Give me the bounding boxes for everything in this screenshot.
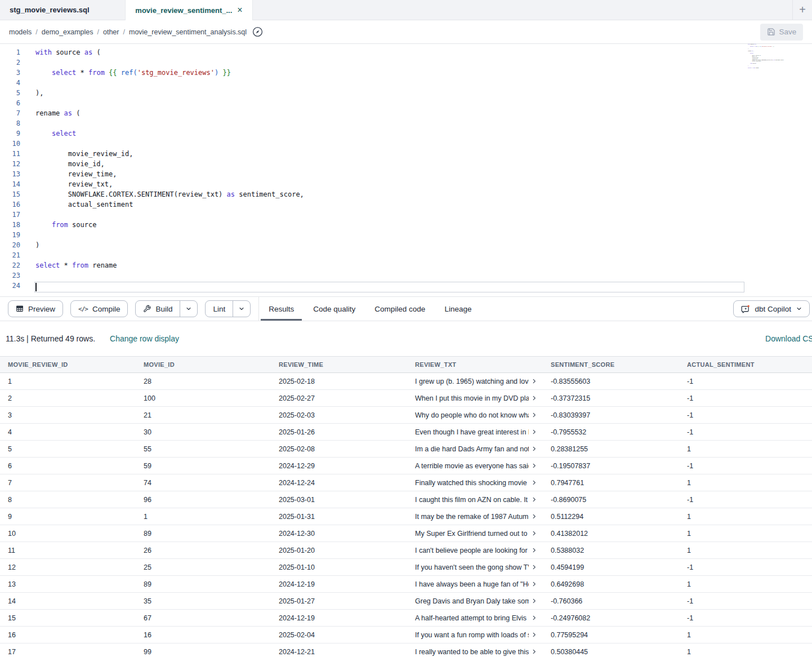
close-tab-icon[interactable]: × — [237, 6, 242, 15]
lint-button[interactable]: Lint — [206, 301, 233, 317]
table-cell: -1 — [679, 559, 812, 575]
table-cell: 1 — [0, 373, 136, 389]
review-text: A terrible movie as everyone has said. … — [415, 462, 529, 470]
expand-cell-icon[interactable] — [531, 530, 537, 536]
expand-cell-icon[interactable] — [531, 581, 537, 587]
expand-cell-icon[interactable] — [531, 429, 537, 435]
change-row-display-link[interactable]: Change row display — [110, 334, 179, 343]
table-cell: -1 — [679, 491, 812, 508]
table-cell: 2 — [0, 390, 136, 406]
expand-cell-icon[interactable] — [531, 378, 537, 384]
table-row: 16162025-02-04If you want a fun romp wit… — [0, 627, 812, 643]
save-button[interactable]: Save — [760, 24, 803, 41]
table-row: 17992024-12-21I really wanted to be able… — [0, 643, 812, 657]
table-cell: 16 — [136, 627, 271, 643]
table-cell: 11 — [0, 542, 136, 558]
expand-cell-icon[interactable] — [531, 649, 537, 655]
table-cell: 28 — [136, 373, 271, 389]
table-row: 5552025-02-08Im a die hard Dads Army fan… — [0, 441, 812, 458]
code-editor[interactable]: 123456789101112131415161718192021222324 … — [0, 44, 812, 297]
file-tab-movie-review-sentiment[interactable]: movie_review_sentiment_... × — [125, 0, 253, 20]
table-cell: 0.5388032 — [543, 542, 679, 558]
table-cell: -1 — [679, 424, 812, 440]
code-icon: </> — [78, 305, 88, 313]
column-header: SENTIMENT_SCORE — [543, 357, 679, 372]
editor-code[interactable]: with source as ( select * from {{ ref('s… — [27, 48, 304, 296]
expand-cell-icon[interactable] — [531, 547, 537, 553]
review-text: Even though I have great interest in Bi… — [415, 428, 529, 436]
table-cell: 8 — [0, 491, 136, 508]
expand-cell-icon[interactable] — [531, 632, 537, 638]
table-cell: 4 — [0, 424, 136, 440]
table-cell: It may be the remake of 1987 Autumn'… — [407, 508, 543, 525]
tab-lineage[interactable]: Lineage — [436, 297, 479, 321]
table-cell: 26 — [136, 542, 271, 558]
table-cell: 2024-12-30 — [271, 525, 407, 541]
breadcrumb-segment: demo_examples — [42, 28, 93, 36]
build-button[interactable]: Build — [136, 301, 180, 317]
expand-cell-icon[interactable] — [531, 513, 537, 520]
tab-code-quality[interactable]: Code quality — [305, 297, 363, 321]
review-text: Im a die hard Dads Army fan and nothi… — [415, 445, 529, 453]
table-cell: 14 — [0, 593, 136, 609]
expand-cell-icon[interactable] — [531, 598, 537, 604]
editor-minimap[interactable]: with source as ( select * from {{ ref('s… — [748, 44, 789, 77]
table-cell: -1 — [679, 373, 812, 389]
breadcrumb-separator: / — [97, 28, 99, 36]
table-cell: 96 — [136, 491, 271, 508]
compile-button[interactable]: </> Compile — [70, 300, 128, 317]
lint-dropdown-button[interactable] — [233, 301, 250, 317]
review-text: I grew up (b. 1965) watching and lovin… — [415, 378, 529, 385]
build-dropdown-button[interactable] — [180, 301, 197, 317]
tab-compiled-code[interactable]: Compiled code — [367, 297, 433, 321]
expand-cell-icon[interactable] — [531, 463, 537, 469]
expand-cell-icon[interactable] — [531, 446, 537, 452]
expand-cell-icon[interactable] — [531, 412, 537, 418]
table-cell: 0.28381255 — [543, 441, 679, 457]
table-cell: 2025-01-26 — [271, 424, 407, 440]
table-row: 1282025-02-18I grew up (b. 1965) watchin… — [0, 373, 812, 390]
table-cell: 67 — [136, 610, 271, 626]
review-text: If you haven't seen the gong show TV s… — [415, 563, 529, 571]
build-label: Build — [155, 305, 172, 313]
results-table: MOVIE_REVIEW_IDMOVIE_IDREVIEW_TIMEREVIEW… — [0, 356, 812, 657]
review-text: I really wanted to be able to give this … — [415, 648, 529, 656]
table-cell: I grew up (b. 1965) watching and lovin… — [407, 373, 543, 389]
table-cell: 2024-12-19 — [271, 610, 407, 626]
expand-cell-icon[interactable] — [531, 496, 537, 503]
review-text: A half-hearted attempt to bring Elvis P… — [415, 614, 529, 622]
table-cell: I really wanted to be able to give this … — [407, 643, 543, 657]
table-row: 8962025-03-01I caught this film on AZN o… — [0, 491, 812, 508]
preview-button[interactable]: Preview — [8, 300, 63, 317]
table-row: 912025-01-31It may be the remake of 1987… — [0, 508, 812, 525]
download-csv-link[interactable]: Download CSV — [765, 334, 812, 343]
wrench-icon — [143, 305, 151, 313]
review-text: It may be the remake of 1987 Autumn'… — [415, 513, 529, 521]
table-cell: Why do people who do not know what… — [407, 407, 543, 423]
review-text: Why do people who do not know what… — [415, 411, 529, 419]
file-tab-stg-movie-reviews[interactable]: stg_movie_reviews.sql — [0, 0, 125, 20]
expand-cell-icon[interactable] — [531, 395, 537, 401]
file-tab-bar: stg_movie_reviews.sql movie_review_senti… — [0, 0, 812, 20]
table-cell: My Super Ex Girlfriend turned out to b… — [407, 525, 543, 541]
compile-label: Compile — [92, 305, 121, 313]
expand-cell-icon[interactable] — [531, 480, 537, 486]
table-row: 10892024-12-30My Super Ex Girlfriend tur… — [0, 525, 812, 542]
tab-results[interactable]: Results — [261, 297, 302, 321]
table-cell: 99 — [136, 643, 271, 657]
table-cell: 35 — [136, 593, 271, 609]
compass-icon[interactable] — [252, 26, 263, 37]
table-cell: -0.19507837 — [543, 458, 679, 474]
table-cell: When I put this movie in my DVD playe… — [407, 390, 543, 406]
expand-cell-icon[interactable] — [531, 564, 537, 570]
table-cell: 2025-02-27 — [271, 390, 407, 406]
table-cell: 25 — [136, 559, 271, 575]
lint-split-button: Lint — [205, 300, 251, 317]
text-cursor — [35, 283, 37, 291]
expand-cell-icon[interactable] — [531, 615, 537, 621]
new-tab-button[interactable]: + — [793, 0, 812, 20]
review-text: I caught this film on AZN on cable. It s… — [415, 496, 529, 504]
table-cell: 0.4594199 — [543, 559, 679, 575]
table-cell: Even though I have great interest in Bi… — [407, 424, 543, 440]
dbt-copilot-button[interactable]: dbt Copilot — [733, 300, 810, 317]
